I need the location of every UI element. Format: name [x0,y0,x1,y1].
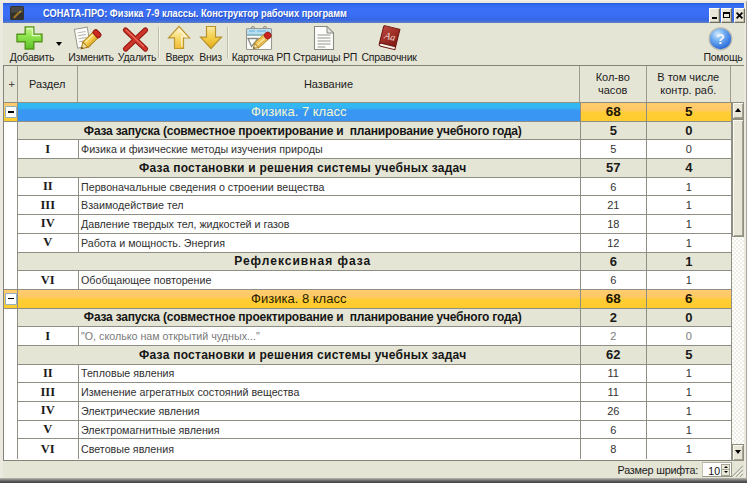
svg-text:?: ? [716,31,725,47]
